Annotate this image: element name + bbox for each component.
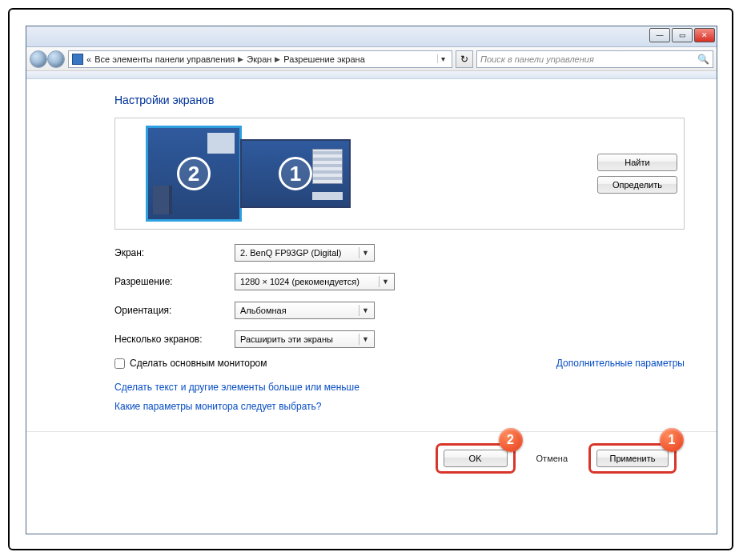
orientation-dropdown[interactable]: Альбомная ▼	[235, 302, 375, 319]
search-icon[interactable]: 🔍	[697, 54, 709, 65]
titlebar: — ▭ ✕	[26, 26, 717, 47]
identify-button[interactable]: Определить	[597, 176, 677, 194]
address-bar[interactable]: « Все элементы панели управления ▶ Экран…	[68, 50, 452, 68]
explorer-window: — ▭ ✕ « Все элементы панели управления ▶…	[26, 26, 717, 534]
monitor-arrangement-box[interactable]: 2 1 Найти Определить	[114, 118, 685, 230]
toolstrip	[26, 71, 717, 79]
nav-row: « Все элементы панели управления ▶ Экран…	[26, 47, 717, 71]
chevron-down-icon: ▼	[359, 334, 372, 345]
orientation-label: Ориентация:	[114, 305, 235, 316]
which-params-link[interactable]: Какие параметры монитора следует выбрать…	[114, 401, 685, 412]
callout-ok: 2 OK	[436, 443, 516, 474]
screen-label: Экран:	[114, 247, 235, 258]
monitor-preview-2[interactable]: 2	[146, 126, 242, 222]
monitor-number: 2	[177, 157, 211, 190]
chevron-right-icon[interactable]: ▶	[238, 55, 243, 63]
breadcrumb-l3[interactable]: Разрешение экрана	[283, 54, 364, 64]
breadcrumb-l1[interactable]: Все элементы панели управления	[94, 54, 235, 64]
text-size-link[interactable]: Сделать текст и другие элементы больше и…	[114, 382, 685, 393]
multiple-displays-dropdown[interactable]: Расширить эти экраны ▼	[235, 330, 375, 348]
cancel-button[interactable]: Отмена	[536, 454, 568, 463]
callout-apply: 1 Применить	[588, 443, 677, 474]
address-dropdown-icon[interactable]: ▾	[437, 54, 448, 63]
make-primary-checkbox[interactable]	[114, 358, 125, 369]
nav-back-forward[interactable]	[30, 50, 65, 68]
resolution-label: Разрешение:	[114, 276, 235, 287]
refresh-button[interactable]: ↻	[456, 50, 473, 68]
search-input[interactable]: Поиск в панели управления 🔍	[476, 50, 713, 68]
multi-label: Несколько экранов:	[114, 334, 235, 345]
breadcrumb-l2[interactable]: Экран	[247, 54, 271, 64]
make-primary-label: Сделать основным монитором	[130, 358, 267, 369]
find-button[interactable]: Найти	[597, 154, 677, 171]
callout-badge-1: 1	[660, 428, 684, 452]
advanced-settings-link[interactable]: Дополнительные параметры	[556, 358, 685, 369]
resolution-dropdown[interactable]: 1280 × 1024 (рекомендуется) ▼	[235, 273, 395, 290]
chevron-down-icon: ▼	[359, 247, 372, 258]
minimize-button[interactable]: —	[649, 28, 670, 42]
page-title: Настройки экранов	[114, 94, 685, 106]
chevron-right-icon[interactable]: ▶	[275, 55, 280, 63]
callout-badge-2: 2	[499, 428, 523, 452]
monitor-preview-1[interactable]: 1	[240, 139, 351, 208]
close-button[interactable]: ✕	[694, 28, 715, 42]
apply-button[interactable]: Применить	[596, 450, 669, 467]
forward-button[interactable]	[47, 50, 65, 68]
back-button[interactable]	[30, 50, 47, 68]
chevron-down-icon: ▼	[359, 305, 372, 316]
control-panel-icon	[72, 54, 83, 65]
ok-button[interactable]: OK	[444, 450, 508, 467]
search-placeholder: Поиск в панели управления	[480, 54, 594, 64]
monitor-number: 1	[279, 157, 312, 190]
screen-dropdown[interactable]: 2. BenQ FP93GP (Digital) ▼	[235, 244, 375, 262]
maximize-button[interactable]: ▭	[672, 28, 693, 42]
chevron-down-icon: ▼	[379, 276, 392, 287]
